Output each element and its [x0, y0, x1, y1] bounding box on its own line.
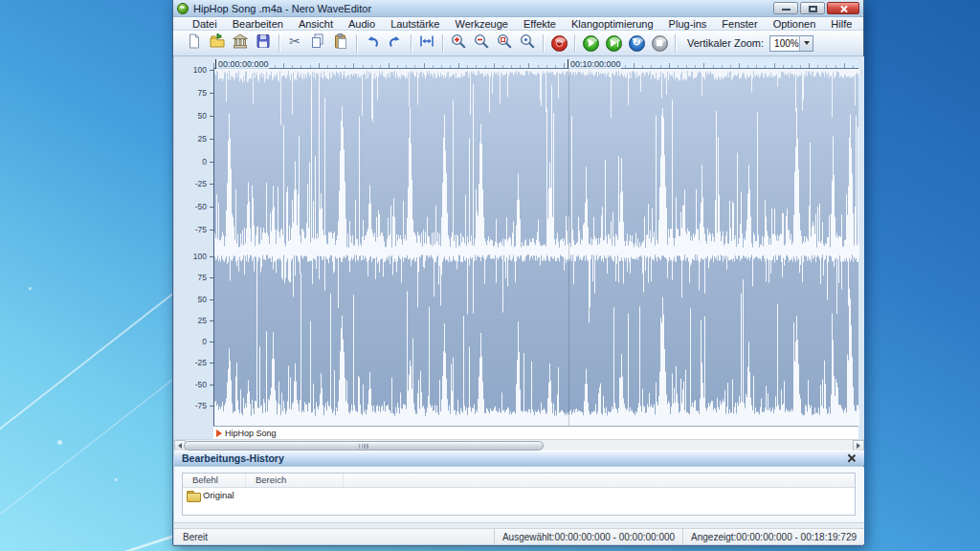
- menu-plug-ins[interactable]: Plug-ins: [661, 17, 715, 31]
- vertical-zoom-label: Vertikaler Zoom:: [687, 37, 764, 49]
- close-button[interactable]: [827, 2, 859, 14]
- waveform-display[interactable]: [213, 69, 858, 426]
- stop-button[interactable]: [648, 33, 671, 55]
- waveform-canvas[interactable]: [214, 69, 859, 426]
- new-file-button[interactable]: [183, 33, 206, 55]
- stop-icon: [652, 35, 668, 52]
- history-close-button[interactable]: [847, 453, 857, 463]
- history-row-original[interactable]: Original: [183, 488, 855, 502]
- maximize-button[interactable]: [800, 2, 825, 14]
- menu-effekte[interactable]: Effekte: [516, 17, 564, 31]
- undo-icon: [364, 33, 381, 54]
- zoom-in-button[interactable]: [447, 33, 470, 55]
- menu-audio[interactable]: Audio: [341, 17, 383, 31]
- scale-label: 0: [174, 338, 207, 346]
- scale-label: -25: [174, 180, 207, 188]
- record-icon: [551, 35, 568, 52]
- toolbar-separator: [574, 34, 575, 53]
- toolbar-separator: [543, 34, 544, 53]
- copy-icon: [309, 33, 326, 54]
- scale-label: -50: [174, 380, 207, 388]
- window-title: HipHop Song .m4a - Nero WaveEditor: [193, 3, 371, 14]
- menu-hilfe[interactable]: Hilfe: [823, 17, 859, 31]
- zoom-out-button[interactable]: [470, 33, 493, 55]
- save-button[interactable]: [252, 33, 275, 55]
- loop-icon: ↻: [629, 35, 645, 52]
- history-panel-header[interactable]: Bearbeitungs-History: [174, 451, 864, 466]
- timeline-start-label: 00:00:00:000: [215, 59, 269, 69]
- play-all-button[interactable]: [602, 33, 625, 55]
- editor-area: 00:00:00:000 00:10:00:000 1007550250-25-…: [174, 56, 864, 451]
- menu-datei[interactable]: Datei: [185, 17, 225, 31]
- redo-icon: [387, 33, 404, 54]
- minimize-icon: [782, 9, 791, 11]
- scroll-right-button[interactable]: [853, 440, 864, 452]
- history-panel-body: Befehl Bereich Original: [174, 467, 864, 522]
- scale-label: -25: [174, 359, 207, 367]
- zoom-selection-button[interactable]: [493, 33, 516, 55]
- menu-ansicht[interactable]: Ansicht: [291, 17, 341, 31]
- track-name: HipHop Song: [225, 429, 277, 438]
- cut-button[interactable]: ✂: [283, 33, 306, 55]
- menu-klangoptimierung[interactable]: Klangoptimierung: [564, 17, 661, 31]
- record-button[interactable]: [547, 33, 570, 55]
- vertical-zoom-select[interactable]: 100%: [769, 35, 813, 52]
- track-marker-icon: [216, 430, 222, 437]
- wallpaper-dot: [57, 440, 62, 445]
- toolbar-separator: [442, 34, 443, 53]
- fit-to-window-button[interactable]: [415, 33, 438, 55]
- menu-lautstrke[interactable]: Lautstärke: [383, 17, 447, 31]
- menu-werkzeuge[interactable]: Werkzeuge: [448, 17, 516, 31]
- column-header-empty: [344, 474, 855, 487]
- minimize-button[interactable]: [773, 2, 798, 14]
- redo-button[interactable]: [384, 33, 407, 55]
- batch-processing-button[interactable]: [229, 33, 252, 55]
- fit-to-window-icon: [418, 33, 435, 54]
- menu-bar: DateiBearbeitenAnsichtAudioLautstärkeWer…: [173, 17, 863, 31]
- horizontal-scrollbar[interactable]: [174, 439, 864, 451]
- toolbar-separator: [411, 34, 412, 53]
- history-row-label: Original: [203, 490, 234, 500]
- zoom-selection-icon: [496, 33, 513, 54]
- track-label-strip: HipHop Song: [213, 426, 858, 439]
- scrollbar-thumb[interactable]: [184, 441, 544, 451]
- title-bar[interactable]: HipHop Song .m4a - Nero WaveEditor: [173, 0, 863, 17]
- paste-icon: [332, 33, 349, 54]
- cut-icon: ✂: [286, 33, 303, 54]
- save-icon: [255, 33, 272, 54]
- scrollbar-grip-icon: [359, 444, 369, 449]
- toolbar-separator: [278, 34, 279, 53]
- history-panel-title: Bearbeitungs-History: [182, 452, 284, 464]
- app-window: HipHop Song .m4a - Nero WaveEditor Datei…: [172, 0, 864, 546]
- undo-button[interactable]: [361, 33, 384, 55]
- copy-button[interactable]: [306, 33, 329, 55]
- arrow-right-icon: [857, 443, 860, 449]
- toolbar: ✂↻Vertikaler Zoom: 100%: [173, 31, 863, 56]
- play-icon: [583, 35, 599, 52]
- play-button[interactable]: [579, 33, 602, 55]
- scale-label: 25: [174, 134, 207, 143]
- menu-optionen[interactable]: Optionen: [766, 17, 824, 31]
- close-icon: [839, 5, 848, 13]
- history-table-header: Befehl Bereich: [183, 474, 855, 488]
- batch-processing-icon: [232, 33, 249, 54]
- history-table[interactable]: Befehl Bereich Original: [182, 473, 856, 516]
- loop-button[interactable]: ↻: [625, 33, 648, 55]
- zoom-in-icon: [450, 33, 467, 54]
- vertical-zoom-value: 100%: [770, 38, 799, 49]
- menu-bearbeiten[interactable]: Bearbeiten: [225, 17, 291, 31]
- toolbar-separator: [356, 34, 357, 53]
- scale-label: 100: [174, 253, 207, 261]
- column-header-bereich[interactable]: Bereich: [246, 474, 344, 487]
- zoom-all-button[interactable]: [516, 33, 539, 55]
- chevron-down-icon: [804, 41, 810, 45]
- status-selected-range: Ausgewählt:00:00:00:000 - 00:00:00:000: [494, 529, 682, 544]
- svg-text:✂: ✂: [289, 33, 301, 49]
- vertical-zoom-dropdown-button[interactable]: [799, 36, 813, 51]
- scale-label: 50: [174, 295, 207, 303]
- paste-button[interactable]: [329, 33, 352, 55]
- timeline-ruler[interactable]: 00:00:00:000 00:10:00:000: [213, 59, 858, 69]
- open-file-button[interactable]: [206, 33, 229, 55]
- menu-fenster[interactable]: Fenster: [714, 17, 765, 31]
- column-header-befehl[interactable]: Befehl: [183, 474, 246, 487]
